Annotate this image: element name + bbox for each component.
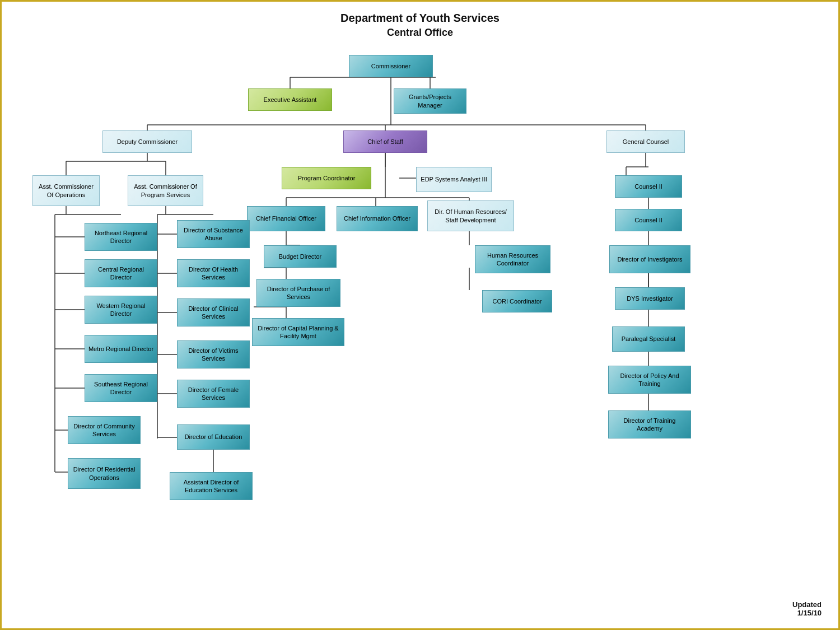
western-node: Western Regional Director (85, 296, 157, 324)
dir-capital-node: Director of Capital Planning & Facility … (252, 318, 344, 346)
dir-investigators-node: Director of Investigators (609, 245, 690, 273)
dir-residential-node: Director Of Residential Operations (68, 458, 141, 489)
program-coordinator-node: Program Coordinator (282, 167, 371, 189)
dir-hr-node: Dir. Of Human Resources/ Staff Developme… (427, 200, 514, 231)
asst-comm-prog-node: Asst. Commissioner Of Program Services (128, 175, 203, 206)
main-title: Department of Youth Services (2, 12, 838, 25)
paralegal-node: Paralegal Specialist (612, 326, 685, 352)
southeast-node: Southeast Regional Director (85, 374, 157, 402)
executive-assistant-node: Executive Assistant (248, 88, 332, 111)
asst-comm-ops-node: Asst. Commissioner Of Operations (32, 175, 100, 206)
cio-node: Chief Information Officer (337, 206, 418, 231)
cfo-node: Chief Financial Officer (247, 206, 325, 231)
chief-of-staff-node: Chief of Staff (343, 130, 427, 153)
central-node: Central Regional Director (85, 259, 157, 287)
dir-substance-node: Director of Substance Abuse (177, 220, 250, 248)
general-counsel-node: General Counsel (606, 130, 685, 153)
budget-director-node: Budget Director (264, 245, 337, 268)
dir-education-node: Director of Education (177, 424, 250, 450)
sub-title: Central Office (2, 27, 838, 39)
commissioner-node: Commissioner (349, 55, 433, 77)
dys-investigator-node: DYS Investigator (615, 287, 685, 310)
dir-clinical-node: Director of Clinical Services (177, 298, 250, 326)
cori-coordinator-node: CORI Coordinator (482, 290, 552, 312)
grants-manager-node: Grants/Projects Manager (394, 88, 466, 114)
edp-systems-node: EDP Systems Analyst III (416, 167, 492, 192)
counsel2-node: Counsel II (615, 209, 682, 231)
dir-training-academy-node: Director of Training Academy (608, 410, 691, 438)
asst-dir-education-node: Assistant Director of Education Services (170, 472, 253, 500)
dir-health-node: Director Of Health Services (177, 259, 250, 287)
header: Department of Youth Services Central Off… (2, 2, 838, 43)
northeast-node: Northeast Regional Director (85, 223, 157, 251)
hr-coordinator-node: Human Resources Coordinator (475, 245, 550, 273)
metro-node: Metro Regional Director (85, 335, 157, 363)
footer-note: Updated 1/15/10 (792, 600, 822, 617)
dir-policy-node: Director of Policy And Training (608, 366, 691, 394)
dir-community-node: Director of Community Services (68, 416, 141, 444)
dir-purchase-node: Director of Purchase of Services (256, 279, 340, 307)
counsel1-node: Counsel II (615, 175, 682, 198)
deputy-commissioner-node: Deputy Commissioner (102, 130, 192, 153)
page: Department of Youth Services Central Off… (0, 0, 840, 630)
dir-victims-node: Director of Victims Services (177, 340, 250, 368)
dir-female-node: Director of Female Services (177, 380, 250, 408)
